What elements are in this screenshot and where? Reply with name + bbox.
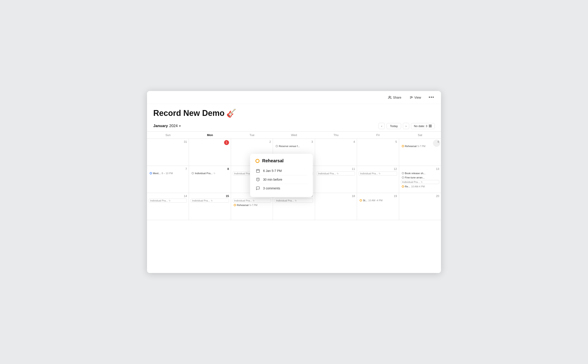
event-reserve-venue[interactable]: Reserve venue f... <box>275 144 313 148</box>
day-cell-12[interactable]: 12 Individual Pra... ↻ <box>357 166 399 193</box>
day-cell-31[interactable]: 31 <box>147 139 189 166</box>
day-number: 20 <box>401 194 439 198</box>
svg-rect-8 <box>256 169 259 173</box>
day-number: 19 <box>359 194 397 198</box>
svg-rect-6 <box>429 126 430 127</box>
day-number: 2 <box>233 140 271 143</box>
day-cell-18[interactable]: 18 <box>315 193 357 220</box>
day-number: 12 <box>359 167 397 171</box>
prev-month-button[interactable]: ‹ <box>378 123 385 129</box>
event-re-13[interactable]: Re... 10 AM-4 PM <box>401 185 439 188</box>
repeat-icon: ↻ <box>253 200 255 202</box>
day-number: 11 <box>317 167 355 171</box>
calendar-icon <box>255 168 260 173</box>
event-individual-15[interactable]: Individual Pra... ↻ <box>191 199 229 203</box>
event-fine-tune-13[interactable]: Fine-tune arran... <box>401 176 439 179</box>
year-label: 2024 <box>169 124 178 128</box>
day-cell-19[interactable]: 19 St... 10 AM -4 PM <box>357 193 399 220</box>
day-headers: Sun Mon Tue Wed Thu Fri Sat <box>147 132 441 139</box>
day-cell-14[interactable]: 14 Individual Pra... ↻ <box>147 193 189 220</box>
event-text: Individual Pra... <box>192 199 210 202</box>
event-dot-blue <box>150 172 152 174</box>
event-time: 5-7 PM <box>249 204 257 206</box>
event-individual-16[interactable]: Individual Pra... ↻ <box>233 199 271 203</box>
hover-circle <box>433 140 440 147</box>
event-time: 10 AM-4 PM <box>411 185 425 188</box>
event-individual-14[interactable]: Individual Pra... ↻ <box>149 199 187 203</box>
popup-date-row: 6 Jan 5-7 PM <box>255 167 307 175</box>
day-cell-15[interactable]: 15 Individual Pra... ↻ <box>189 193 231 220</box>
event-dot-orange <box>360 199 362 202</box>
event-time: 10 AM -4 PM <box>368 199 383 202</box>
nav-controls: ‹ Today › No date: 3 <box>378 123 435 129</box>
repeat-icon: ↻ <box>379 172 381 175</box>
event-individual-13[interactable]: Individual Pra... ↻ <box>401 180 439 184</box>
repeat-icon: ↻ <box>211 200 213 202</box>
day-cell-11[interactable]: 11 Individual Pra... ↻ <box>315 166 357 193</box>
more-button[interactable]: ••• <box>426 94 437 101</box>
event-st-19[interactable]: St... 10 AM -4 PM <box>359 199 397 202</box>
event-text: Individual Pra... <box>195 172 213 175</box>
page-header: Record New Demo 🎸 <box>147 104 441 122</box>
day-cell-20[interactable]: 20 <box>399 193 441 220</box>
event-dot-orange <box>402 145 404 147</box>
popup-date-text: 6 Jan 5-7 PM <box>263 169 282 173</box>
day-cell-1[interactable]: 1 <box>189 139 231 166</box>
popup-comments-row: 3 comments <box>255 184 307 193</box>
event-text: Meet... <box>153 172 161 175</box>
event-popup-overlay: Rehearsal 6 Jan 5-7 PM <box>250 154 313 197</box>
day-header-wed: Wed <box>273 132 315 138</box>
day-cell-5[interactable]: 5 <box>357 139 399 166</box>
event-text: Individual Pra... <box>318 172 336 175</box>
event-dot-gray <box>402 172 404 174</box>
view-label: View <box>414 96 421 99</box>
month-year-label[interactable]: January 2024 ▾ <box>153 124 181 128</box>
day-number: 5 <box>359 140 397 143</box>
share-label: Share <box>393 96 401 99</box>
day-number: 8 <box>191 167 229 171</box>
event-dot-orange <box>234 204 236 206</box>
day-cell-6[interactable]: 6 Rehearsal 5-7 PM <box>399 139 441 166</box>
event-individual-8[interactable]: Individual Pra... ↻ <box>191 171 229 175</box>
event-dot-gray <box>276 145 278 147</box>
page-title-text: Record New Demo <box>153 109 225 118</box>
event-meet-7[interactable]: Meet... 8 – 10 PM <box>149 171 187 175</box>
day-cell-7[interactable]: 7 Meet... 8 – 10 PM <box>147 166 189 193</box>
day-cell-17[interactable]: 17 Individual Pra... ↻ <box>273 193 315 220</box>
event-individual-12[interactable]: Individual Pra... ↻ <box>359 171 397 176</box>
event-text: Re... <box>405 185 410 188</box>
event-rehearsal-16[interactable]: Rehearsal 5-7 PM <box>233 203 271 207</box>
day-cell-4[interactable]: 4 <box>315 139 357 166</box>
event-individual-17[interactable]: Individual Pra... ↻ <box>275 199 313 203</box>
share-button[interactable]: Share <box>385 94 404 101</box>
event-text: Rehearsal <box>405 145 417 148</box>
event-book-release-13[interactable]: Book release sh... <box>401 171 439 175</box>
event-text: Rehearsal <box>237 204 249 206</box>
no-date-button[interactable]: No date: 3 <box>411 123 435 129</box>
day-header-mon: Mon <box>189 132 231 138</box>
day-cell-13[interactable]: 13 Book release sh... Fine-tune arran...… <box>399 166 441 193</box>
popup-title: Rehearsal <box>262 158 284 163</box>
today-badge: 1 <box>224 140 229 145</box>
event-text: Individual Pra... <box>150 199 168 202</box>
day-number: 18 <box>317 194 355 198</box>
alarm-icon <box>255 177 260 182</box>
next-month-button[interactable]: › <box>403 123 409 129</box>
comment-icon <box>255 186 260 191</box>
day-cell-16[interactable]: 16 Individual Pra... ↻ Rehearsal 5-7 PM <box>231 193 273 220</box>
svg-point-0 <box>389 96 390 97</box>
day-header-thu: Thu <box>315 132 357 138</box>
event-individual-11[interactable]: Individual Pra... ↻ <box>317 171 355 176</box>
week-row-3: 14 Individual Pra... ↻ 15 Individual Pra… <box>147 193 441 220</box>
today-button[interactable]: Today <box>387 123 401 129</box>
day-header-sat: Sat <box>399 132 441 138</box>
day-number: 31 <box>149 140 187 143</box>
no-date-label: No date: 3 <box>414 124 427 128</box>
page-title-emoji: 🎸 <box>226 109 236 118</box>
svg-rect-4 <box>429 125 430 126</box>
view-button[interactable]: View <box>407 94 424 101</box>
day-cell-8[interactable]: 8 Individual Pra... ↻ <box>189 166 231 193</box>
repeat-icon: ↻ <box>213 172 215 175</box>
day-number: 4 <box>317 140 355 143</box>
repeat-icon: ↻ <box>337 172 339 175</box>
